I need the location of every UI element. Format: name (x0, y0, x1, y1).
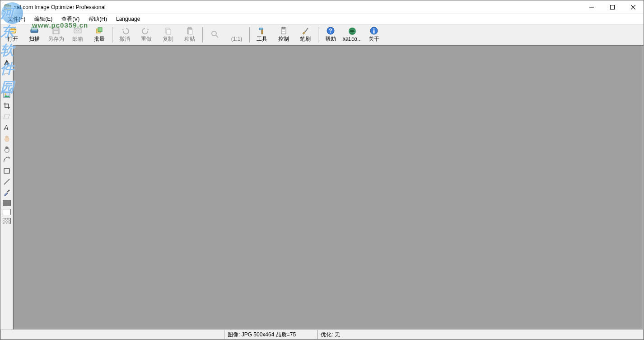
menu-item-3[interactable]: 帮助(H) (84, 14, 112, 24)
zoom-button (205, 25, 225, 44)
svg-rect-1 (5, 5, 9, 6)
fill-tool[interactable] (2, 58, 12, 67)
undo-button-label: 撤消 (119, 35, 130, 43)
batch-button-label: 批量 (94, 35, 105, 43)
copy-button-label: 复制 (163, 35, 173, 43)
main-toolbar: 打开扫描另存为邮箱批量撤消重做复制粘贴(1:1)工具控制笔刷帮助xat.co..… (0, 24, 644, 45)
eyedropper-tool[interactable] (2, 188, 12, 197)
xat-button[interactable]: xat.co... (342, 25, 363, 44)
picture-icon (3, 91, 10, 99)
menu-item-0[interactable]: 文件(F) (3, 14, 30, 24)
arc-icon (3, 156, 10, 164)
magnifier-icon (3, 48, 10, 55)
save-as-button: 另存为 (46, 25, 66, 44)
image-tool[interactable] (2, 90, 12, 99)
curve-icon (3, 70, 10, 77)
grab-tool[interactable] (2, 145, 12, 154)
scan-button-label: 扫描 (29, 35, 40, 43)
paste-button: 粘贴 (179, 25, 200, 44)
help-button[interactable]: 帮助 (320, 25, 341, 44)
statusbar: 图像: JPG 500x464 品质=75 优化: 无 (0, 330, 644, 340)
svg-rect-4 (611, 5, 615, 9)
rotate-tool[interactable] (2, 156, 12, 165)
wand-icon (3, 80, 10, 88)
work-area (0, 45, 644, 330)
menu-item-4[interactable]: Language (112, 15, 145, 23)
line-tool[interactable] (2, 177, 12, 186)
brush-icon (300, 27, 310, 35)
paste-button-label: 粘贴 (184, 35, 195, 43)
text-tool[interactable] (2, 123, 12, 132)
side-toolbar (0, 45, 13, 330)
skew-icon (3, 113, 10, 120)
copy-button: 复制 (158, 25, 178, 44)
hand-tool (2, 134, 12, 143)
canvas-wrap (13, 45, 644, 330)
toolbar-separator (111, 25, 113, 44)
triangle-icon (3, 59, 10, 66)
line-icon (3, 178, 10, 185)
save-as-button-label: 另存为 (48, 35, 64, 43)
text-icon (232, 27, 242, 35)
help-button-label: 帮助 (325, 35, 336, 43)
crop-tool[interactable] (2, 101, 12, 110)
window-title: xat.com Image Optimizer Professional (14, 4, 581, 10)
redo-button-label: 重做 (141, 35, 152, 43)
swatch-white[interactable] (3, 209, 11, 215)
scan-button[interactable]: 扫描 (24, 25, 45, 44)
maximize-button[interactable] (602, 0, 623, 14)
open-button-label: 打开 (7, 35, 18, 43)
curve-tool (2, 69, 12, 78)
status-image-info: 图像: JPG 500x464 品质=75 (224, 330, 317, 340)
tools-button[interactable]: 工具 (252, 25, 272, 44)
about-button-label: 关于 (369, 35, 379, 43)
paste-icon (185, 27, 195, 35)
redo-icon (141, 27, 151, 35)
crop-icon (3, 102, 10, 109)
batch-icon (94, 27, 104, 35)
hammer-icon (257, 27, 267, 35)
rect-icon (3, 167, 10, 175)
control-button[interactable]: 控制 (273, 25, 294, 44)
menubar: 文件(F)编辑(E)查看(V)帮助(H)Language (0, 14, 644, 24)
help-icon (326, 27, 336, 35)
scanner-icon (29, 27, 39, 35)
rect-tool[interactable] (2, 166, 12, 175)
transform-tool (2, 112, 12, 121)
swatch-pattern[interactable] (3, 218, 11, 224)
close-button[interactable] (623, 0, 644, 14)
hand-color-icon (3, 135, 10, 142)
swatch-gray[interactable] (3, 200, 11, 206)
brush-button[interactable]: 笔刷 (295, 25, 316, 44)
globe-icon (347, 27, 357, 35)
info-icon (369, 27, 379, 35)
xat-button-label: xat.co... (343, 36, 362, 42)
tools-button-label: 工具 (257, 35, 267, 43)
copy-icon (163, 27, 173, 35)
app-window: xat.com Image Optimizer Professional 文件(… (0, 0, 644, 340)
text-icon (3, 124, 10, 131)
toolbar-separator (248, 25, 251, 44)
menu-item-1[interactable]: 编辑(E) (30, 14, 57, 24)
menu-item-2[interactable]: 查看(V) (57, 14, 84, 24)
grab-icon (3, 146, 10, 153)
undo-icon (120, 27, 130, 35)
batch-button[interactable]: 批量 (89, 25, 110, 44)
mail-button: 邮箱 (67, 25, 88, 44)
brush-button-label: 笔刷 (300, 35, 311, 43)
status-optimize-info: 优化: 无 (317, 330, 644, 340)
one-to-one-button-label: (1:1) (231, 36, 243, 42)
canvas-area[interactable] (13, 45, 644, 330)
status-spacer (0, 330, 224, 340)
zoom-icon (210, 30, 220, 38)
about-button[interactable]: 关于 (364, 25, 384, 44)
envelope-icon (73, 27, 83, 35)
floppy-icon (51, 27, 61, 35)
open-button[interactable]: 打开 (2, 25, 23, 44)
control-button-label: 控制 (278, 35, 289, 43)
redo-button: 重做 (136, 25, 157, 44)
minimize-button[interactable] (581, 0, 602, 14)
folder-open-icon (8, 27, 18, 35)
svg-point-2 (5, 7, 6, 8)
wand-tool (2, 80, 12, 89)
